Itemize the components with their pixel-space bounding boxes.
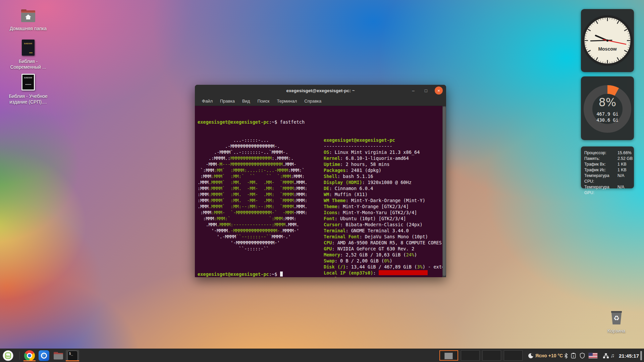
menu-item-6[interactable]: Справка — [301, 99, 325, 104]
fastfetch-ascii-logo: ...-:::::-... .-MMMMMMMMMMMMMMMM-. .-MMM… — [198, 137, 307, 252]
home-folder-icon — [20, 9, 36, 24]
book-cover-mark — [25, 84, 31, 85]
info-line: OS: Linux Mint virginia 21.3 x86_64 — [324, 149, 446, 155]
redacted-ip-block — [379, 270, 428, 275]
desktop-icon-bible-modern[interactable]: БИБЛИЯ Библия - Современный ... — [9, 40, 48, 70]
terminal-window: exegesisget@exegesisget-pc: ~ – □ × Файл… — [195, 85, 446, 277]
disk-percent: 8% — [581, 96, 634, 109]
ascii-line: .MMM.MMMM` :MM. -MM. .MM- `MMMM.MMM. — [198, 179, 307, 185]
fastfetch-output: ...-:::::-... .-MMMMMMMMMMMMMMMM-. .-MMM… — [198, 137, 446, 161]
window-title: exegesisget@exegesisget-pc: ~ — [195, 88, 446, 93]
svg-text:lm: lm — [6, 354, 10, 358]
blue-browser-icon — [39, 350, 49, 361]
ascii-line: :MMM:MMM` :MM:` `` `` `:MMM:MMM: — [198, 173, 307, 179]
icon-label-line2: Современный ... — [10, 64, 46, 70]
menu-item-5[interactable]: Терминал — [273, 99, 301, 104]
terminal-scrollbar[interactable] — [442, 106, 446, 277]
terminal-content[interactable]: exegesisget@exegesisget-pc:~$ fastfetch … — [195, 106, 446, 277]
ascii-line: :MMM:MMM:` `:MMM:MMM: — [198, 216, 307, 222]
clock-applet[interactable]: 21:45:17 — [619, 349, 639, 362]
sysmon-row-3: Трафик Вх:1 KB — [584, 162, 631, 167]
mint-menu-button[interactable]: lm — [2, 350, 14, 361]
sysmon-value: 1 KB — [618, 167, 631, 173]
book-cover-icon: БИБЛИЯ — [21, 74, 35, 90]
svg-text:!: ! — [573, 355, 574, 358]
clock-desklet[interactable]: Moscow — [581, 9, 634, 72]
taskbar-panel: lm $_ Ясно +10 °C — [0, 349, 644, 362]
chrome-icon — [24, 350, 35, 361]
info-line: WM: Muffin (X11) — [324, 191, 446, 197]
prompt-user-host: exegesisget@exegesisget-pc — [198, 119, 269, 125]
menu-item-4[interactable]: Поиск — [254, 99, 273, 104]
icon-label-line1: Библия - — [19, 59, 38, 64]
shield-tray-icon[interactable] — [579, 349, 585, 362]
files-launcher[interactable] — [52, 350, 64, 361]
svg-text:♻: ♻ — [613, 314, 620, 322]
window-controls: – □ × — [409, 85, 443, 96]
icon-label-line1: Библия - Учебное — [9, 94, 48, 99]
bluetooth-tray-icon[interactable] — [564, 349, 568, 362]
disk-usage-desklet[interactable]: 8% 467.9 Gi 430.6 Gi — [581, 76, 634, 140]
info-line: Theme: Mint-Y-Orange [GTK2/3/4] — [324, 203, 446, 209]
info-line: Terminal Font: DejaVu Sans Mono (10pt) — [324, 234, 446, 240]
menu-item-2[interactable]: Правка — [216, 99, 238, 104]
folder-icon — [53, 351, 64, 360]
workspace-2[interactable] — [461, 350, 480, 361]
info-line: GPU: NVIDIA GeForce GT 630 Rev. 2 — [324, 246, 446, 252]
workspace-3[interactable] — [482, 350, 501, 361]
sysmon-row-5: Температура CPU:N/A — [584, 173, 631, 184]
book-cover-title: БИБЛИЯ — [22, 77, 34, 79]
mint-logo-icon: lm — [3, 350, 13, 361]
window-titlebar[interactable]: exegesisget@exegesisget-pc: ~ – □ × — [195, 85, 446, 96]
info-line: Locale: ru_RU.UTF-8 — [324, 276, 446, 277]
trash-label: Корзина — [607, 328, 625, 334]
info-line: Local IP (enp37s0): — [324, 270, 446, 276]
ascii-line: .-MMMMMMMMMMMMMMMM-. — [198, 143, 307, 149]
sysmon-label: Трафик Вх: — [584, 162, 618, 167]
info-line: Cursor: Bibata-Modern-Classic (24px) — [324, 222, 446, 228]
terminal-command-line: exegesisget@exegesisget-pc:~$ fastfetch — [198, 119, 446, 125]
info-line: Display (HDMI): 644x362 @ 60Hz — [324, 179, 446, 185]
weather-text: Ясно +10 °C — [535, 353, 563, 358]
desktop-icon-trash[interactable]: ♻ Корзина — [606, 310, 627, 334]
maximize-button[interactable]: □ — [422, 86, 430, 95]
trash-icon: ♻ — [609, 320, 624, 326]
menu-item-1[interactable]: Файл — [198, 99, 216, 104]
workspace-4[interactable] — [504, 350, 523, 361]
workspace-1[interactable] — [439, 350, 458, 361]
scrollbar-thumb[interactable] — [443, 107, 446, 276]
prompt-user-host: exegesisget@exegesisget-pc — [198, 272, 269, 277]
menu-item-3[interactable]: Вид — [238, 99, 254, 104]
keyboard-layout-us-flag[interactable] — [588, 349, 598, 362]
ascii-line: .MMM.MMMM` :MM:--:MM:--:MM: `MMMM.MMM. — [198, 203, 307, 209]
info-line: CPU: AMD A6-9500 RADEON R5, 8 COMPUTE CO… — [324, 240, 446, 246]
system-monitor-desklet[interactable]: Процессор:15.66%Память:2.52 GBТрафик Вх:… — [581, 146, 634, 188]
running-indicator — [23, 360, 36, 361]
prompt-suffix: :~$ — [269, 272, 277, 277]
sysmon-label: Память: — [584, 156, 618, 162]
us-flag-icon — [588, 353, 598, 359]
taskbar-time: 21:45:17 — [619, 353, 639, 359]
blue-browser-launcher[interactable] — [38, 350, 50, 361]
terminal-launcher-focused[interactable]: $_ — [66, 350, 79, 361]
terminal-menubar: ФайлПравкаВидПоискТерминалСправка — [195, 96, 446, 106]
clipboard-tray-icon[interactable]: ! — [571, 349, 576, 362]
icon-label-line2: издание (СРП).... — [9, 99, 47, 105]
music-note-icon: ♫ — [610, 353, 614, 359]
network-tray-icon[interactable] — [603, 349, 609, 362]
info-line: Disk (/): 13,44 GiB / 467,89 GiB (3%) - … — [324, 264, 446, 270]
close-button[interactable]: × — [435, 86, 443, 95]
media-player-tray-icon[interactable]: ♫ — [610, 349, 614, 362]
weather-applet[interactable]: Ясно +10 °C — [528, 349, 563, 362]
disk-free: 430.6 Gi — [581, 117, 634, 123]
clear-night-weather-icon — [528, 353, 533, 358]
prompt-suffix: :~$ — [269, 119, 277, 125]
desktop-icon-bible-study[interactable]: БИБЛИЯ Библия - Учебное издание (СРП)...… — [9, 74, 48, 105]
chrome-launcher[interactable] — [23, 350, 36, 361]
desktop-icon-home-folder[interactable]: Домашняя папка — [9, 9, 48, 32]
sysmon-row-1: Процессор:15.66% — [584, 150, 631, 156]
minimize-button[interactable]: – — [409, 86, 417, 95]
sysmon-row-2: Память:2.52 GB — [584, 156, 631, 162]
show-desktop-button[interactable] — [640, 351, 642, 360]
ascii-line: '.-MMMM``--:::::--``MMMM-.' — [198, 234, 307, 240]
